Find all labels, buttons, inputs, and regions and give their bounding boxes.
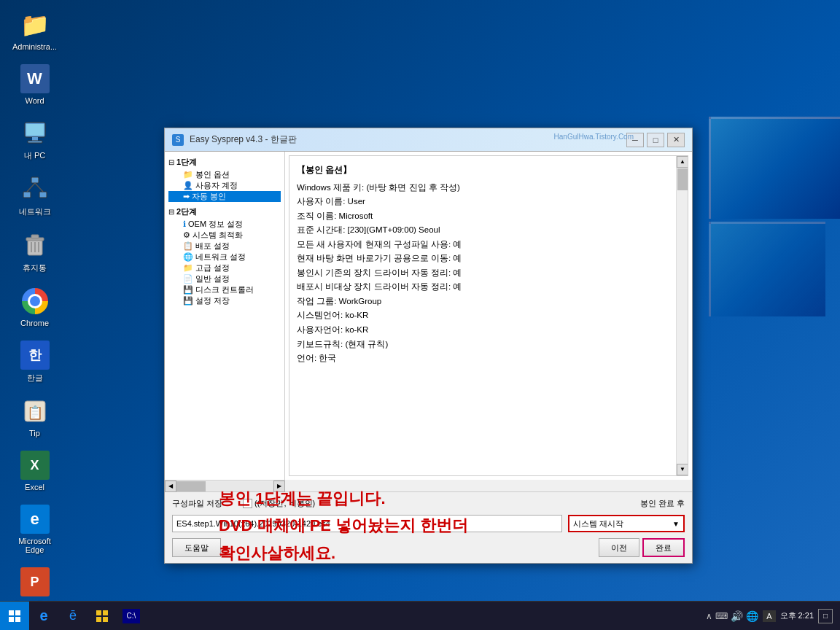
desktop-icon-edge[interactable]: e Microsoft Edge [7, 502, 62, 557]
dialog-body: ⊟ 1단계 📁 봉인 옵션 👤 사용자 계정 ➡ 자동 봉인 [165, 152, 692, 480]
svg-rect-11 [31, 235, 39, 238]
person-icon: 👤 [183, 181, 193, 190]
maximize-button[interactable]: □ [647, 133, 664, 147]
tree-label-deploy: 배포 설정 [195, 241, 230, 252]
desktop-icon-label-word: Word [25, 96, 44, 105]
folder-icon: 📁 [183, 170, 193, 179]
taskbar-ie-button[interactable]: e [29, 602, 58, 631]
cmd-icon: C:\ [122, 609, 140, 623]
content-line-0: Windows 제품 키: (바탕 화면 진입 후 작성) [297, 181, 669, 195]
scroll-thumb[interactable] [677, 168, 688, 190]
word-icon: W [20, 64, 50, 93]
taskbar-edge-button[interactable]: ē [58, 602, 88, 631]
dialog-title-left: S Easy Sysprep v4.3 - 한글판 [172, 133, 297, 146]
content-line-1: 사용자 이름: User [297, 195, 669, 209]
desktop-icon-administrator[interactable]: 📁 Administra... [7, 7, 62, 54]
tree-sys-optimize[interactable]: ⚙ 시스템 최적화 [168, 230, 281, 241]
arrow-icon: ➡ [183, 192, 190, 201]
tree-seal-options[interactable]: 📁 봉인 옵션 [168, 169, 281, 180]
svg-rect-19 [96, 617, 101, 622]
disk-icon: 💾 [183, 285, 193, 295]
hscroll-left-button[interactable]: ◀ [165, 481, 176, 492]
taskbar-clock: 오후 2:21 [780, 610, 814, 621]
tree-label-auto-seal: 자동 봉인 [192, 191, 226, 202]
close-button[interactable]: ✕ [667, 133, 685, 147]
info-icon: ℹ [183, 219, 186, 229]
hangul-icon: 한 [20, 341, 50, 370]
desktop-icon-chrome[interactable]: Chrome [7, 284, 62, 330]
prev-button[interactable]: 이전 [599, 538, 639, 557]
below-line-2: DVD 매체에 PE 넣어놨는지 한번더 [219, 512, 468, 539]
dialog-titlebar-buttons: ─ □ ✕ [626, 133, 685, 147]
network-tray-icon[interactable]: 🌐 [746, 610, 758, 622]
desktop-icon-word[interactable]: W Word [7, 61, 62, 108]
language-indicator[interactable]: A [763, 610, 775, 622]
desktop-icon-tip[interactable]: 📋 Tip [7, 394, 62, 440]
desktop-icon-label-mypc: 내 PC [24, 150, 45, 161]
content-line-9: 시스템언어: ko-KR [297, 308, 669, 323]
content-line-8: 작업 그룹: WorkGroup [297, 295, 669, 309]
dialog-watermark: HanGulHwa.Tistory.Com [554, 133, 634, 141]
after-login-dropdown[interactable]: 시스템 재시작 ▼ [568, 515, 685, 532]
below-line-1: 봉인 1단계는 끝입니다. [219, 485, 468, 512]
excel-icon: X [20, 451, 50, 480]
scroll-up-button[interactable]: ▲ [677, 156, 688, 168]
trash-icon [22, 232, 48, 258]
powerpoint-icon: P [20, 567, 50, 596]
content-title: 【봉인 옵션】 [297, 163, 669, 178]
complete-button[interactable]: 완료 [642, 538, 685, 557]
desktop-icon-excel[interactable]: X Excel [7, 448, 62, 494]
tree-section-2: ⊟ 2단계 [168, 205, 281, 219]
taskbar-time: 오후 2:21 [780, 610, 814, 621]
notification-button[interactable]: □ [818, 609, 833, 623]
svg-line-7 [27, 183, 35, 192]
content-scrollbar[interactable]: ▲ ▼ [676, 156, 688, 475]
start-button[interactable] [0, 602, 29, 631]
tree-general-settings[interactable]: 📄 일반 설정 [168, 273, 281, 284]
tree-label-user-account: 사용자 계정 [195, 180, 238, 191]
general-icon: 📄 [183, 274, 193, 284]
desktop-icon-label-edge: Microsoft Edge [10, 537, 59, 554]
content-line-12: 언어: 한국 [297, 351, 669, 366]
help-button[interactable]: 도움말 [172, 538, 221, 557]
svg-rect-18 [103, 610, 108, 615]
tree-network-settings[interactable]: 🌐 네트워크 설정 [168, 252, 281, 262]
taskbar-explorer-button[interactable] [88, 602, 117, 631]
expand-tray-icon[interactable]: ∧ [706, 611, 712, 621]
tree-save-settings[interactable]: 💾 설정 저장 [168, 295, 281, 306]
content-line-11: 키보드규칙: (현재 규칙) [297, 338, 669, 352]
tree-user-account[interactable]: 👤 사용자 계정 [168, 180, 281, 191]
gear-icon: ⚙ [183, 230, 190, 240]
tree-disk-controller[interactable]: 💾 디스크 컨트롤러 [168, 284, 281, 295]
desktop-icons: 📁 Administra... W Word 내 PC [7, 7, 62, 611]
tree-deploy-settings[interactable]: 📋 배포 설정 [168, 241, 281, 252]
tree-advanced-settings[interactable]: 📁 고급 설정 [168, 262, 281, 273]
speaker-tray-icon[interactable]: 🔊 [731, 610, 743, 622]
deploy-icon: 📋 [183, 241, 193, 251]
desktop-icon-mypc[interactable]: 내 PC [7, 115, 62, 164]
tree-label-seal-options: 봉인 옵션 [195, 169, 230, 180]
keyboard-tray-icon: ⌨ [715, 611, 728, 621]
dialog-sidebar: ⊟ 1단계 📁 봉인 옵션 👤 사용자 계정 ➡ 자동 봉인 [165, 152, 285, 480]
scroll-down-button[interactable]: ▼ [677, 464, 688, 475]
advanced-icon: 📁 [183, 263, 193, 273]
desktop-icon-network[interactable]: 네트워크 [7, 171, 62, 220]
explorer-icon [95, 609, 109, 623]
svg-rect-17 [96, 610, 101, 615]
taskbar-cmd-button[interactable]: C:\ [117, 602, 146, 631]
dialog-nav-buttons: 이전 완료 [599, 538, 685, 557]
svg-rect-3 [26, 124, 44, 136]
desktop-icon-hangul[interactable]: 한 한글 [7, 338, 62, 386]
tree-oem-info[interactable]: ℹ OEM 정보 설정 [168, 219, 281, 230]
save-icon: 💾 [183, 296, 193, 306]
tree-auto-seal[interactable]: ➡ 자동 봉인 [168, 191, 281, 202]
tree-section2-label: 2단계 [176, 206, 197, 217]
dialog-content-area[interactable]: 【봉인 옵션】 Windows 제품 키: (바탕 화면 진입 후 작성) 사용… [289, 155, 688, 476]
tip-icon: 📋 [22, 398, 48, 424]
desktop-icon-trash[interactable]: 휴지통 [7, 228, 62, 276]
dialog-content-text: 【봉인 옵션】 Windows 제품 키: (바탕 화면 진입 후 작성) 사용… [297, 163, 680, 366]
hscroll-thumb[interactable] [176, 481, 206, 491]
tree-section1-label: 1단계 [176, 157, 197, 168]
notification-bell-icon: □ [823, 612, 828, 620]
desktop-icon-label-administrator: Administra... [12, 42, 57, 51]
